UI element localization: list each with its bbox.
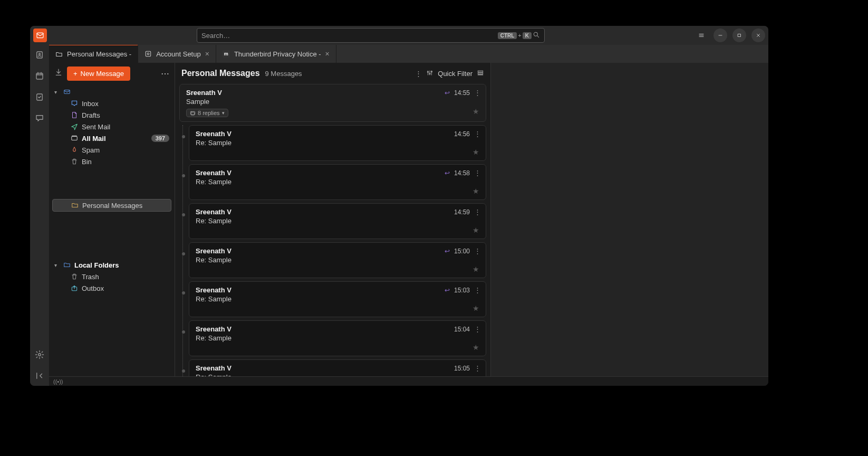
collapse-icon[interactable] (34, 370, 45, 382)
outbox-icon (70, 284, 79, 292)
tab-label: Account Setup (156, 50, 201, 58)
folder-label: Trash (82, 273, 169, 281)
tab-bar: Personal Messages - Account Setup × m Th… (49, 45, 768, 63)
status-bar: ((•)) (49, 376, 768, 386)
subject: Re: Sample (196, 217, 479, 225)
star-icon[interactable]: ★ (472, 148, 479, 156)
settings-icon[interactable] (34, 349, 45, 360)
replied-icon: ↩ (445, 287, 450, 294)
sender: Sreenath V (196, 364, 450, 372)
kbd-ctrl: CTRL (498, 32, 517, 39)
folder-drafts[interactable]: Drafts (52, 109, 171, 121)
chevron-down-icon: ▾ (54, 262, 60, 268)
local-folders-root[interactable]: ▾ Local Folders (52, 259, 171, 271)
message-more-icon[interactable]: ⋮ (474, 89, 479, 97)
svg-point-15 (429, 73, 430, 74)
allmail-icon (70, 134, 79, 142)
time: 15:03 (454, 287, 470, 294)
message-card[interactable]: Sreenath V14:59⋮Re: Sample★ (189, 203, 486, 239)
close-button[interactable] (751, 28, 765, 42)
tab-privacy-notice[interactable]: m Thunderbird Privacy Notice - × (216, 45, 336, 63)
close-icon[interactable]: × (325, 50, 330, 58)
kbd-plus: + (518, 32, 521, 39)
display-options-icon[interactable] (477, 69, 484, 78)
folder-pane-more-icon[interactable]: ⋯ (161, 69, 169, 79)
subject: Re: Sample (196, 178, 479, 186)
plus-icon: + (73, 70, 78, 78)
spaces-toolbar (30, 45, 49, 386)
message-more-icon[interactable]: ⋮ (474, 208, 479, 216)
quick-filter-label[interactable]: Quick Filter (438, 70, 472, 78)
svg-rect-5 (36, 73, 43, 79)
replies-chip[interactable]: 8 replies ▾ (186, 109, 228, 117)
global-search-input[interactable]: Search… CTRL + K (197, 28, 545, 43)
svg-rect-18 (478, 72, 483, 73)
message-more-icon[interactable]: ⋮ (474, 130, 479, 138)
folder-icon (55, 51, 63, 58)
sender: Sreenath V (186, 89, 440, 97)
tab-label: Thunderbird Privacy Notice - (234, 50, 321, 58)
minimize-button[interactable] (713, 28, 727, 42)
star-icon[interactable]: ★ (472, 107, 479, 116)
close-icon[interactable]: × (205, 50, 209, 58)
account-root[interactable]: ▾ (52, 86, 171, 98)
svg-rect-17 (478, 70, 483, 71)
folder-tree: ▾ InboxDraftsSent MailAll Mail397SpamBin… (49, 84, 175, 376)
get-messages-icon[interactable] (54, 68, 63, 79)
message-more-icon[interactable]: ⋮ (474, 169, 479, 177)
chevron-down-icon: ▾ (54, 89, 60, 95)
subject: Sample (186, 98, 479, 106)
folder-bin[interactable]: Bin (52, 156, 171, 167)
activity-icon: ((•)) (53, 378, 63, 385)
bin-icon (70, 157, 79, 166)
svg-rect-2 (738, 34, 741, 37)
message-card[interactable]: Sreenath V15:05⋮Re: Sample★ (189, 359, 486, 376)
tasks-icon[interactable] (34, 91, 45, 103)
replied-icon: ↩ (445, 89, 450, 97)
message-card[interactable]: Sreenath V↩14:58⋮Re: Sample★ (189, 164, 486, 200)
star-icon[interactable]: ★ (472, 187, 479, 195)
subject: Re: Sample (196, 139, 479, 147)
svg-point-9 (147, 53, 149, 55)
maximize-button[interactable] (732, 28, 746, 42)
filter-icon[interactable] (426, 69, 433, 78)
svg-rect-8 (146, 51, 150, 56)
message-more-icon[interactable]: ⋮ (474, 286, 479, 294)
folder-trash[interactable]: Trash (52, 271, 171, 282)
folder-spam[interactable]: Spam (52, 144, 171, 156)
message-more-icon[interactable]: ⋮ (474, 364, 479, 372)
calendar-icon[interactable] (34, 70, 45, 82)
time: 14:58 (454, 169, 470, 177)
folder-all-mail[interactable]: All Mail397 (52, 132, 171, 144)
addressbook-icon[interactable] (34, 49, 45, 61)
folder-sent-mail[interactable]: Sent Mail (52, 121, 171, 132)
folder-label: Sent Mail (82, 123, 169, 131)
folder-inbox[interactable]: Inbox (52, 98, 171, 109)
message-card[interactable]: Sreenath V14:56⋮Re: Sample★ (189, 125, 486, 161)
tab-account-setup[interactable]: Account Setup × (138, 45, 216, 63)
message-card[interactable]: Sreenath V15:04⋮Re: Sample★ (189, 320, 486, 356)
hamburger-menu-button[interactable] (695, 28, 708, 42)
folder-outbox[interactable]: Outbox (52, 282, 171, 294)
message-more-icon[interactable]: ⋮ (474, 325, 479, 333)
svg-rect-11 (72, 137, 78, 140)
new-message-button[interactable]: + New Message (67, 66, 130, 81)
star-icon[interactable]: ★ (472, 265, 479, 273)
folder-personal-messages[interactable]: Personal Messages (52, 199, 171, 212)
message-card[interactable]: Sreenath V↩15:00⋮Re: Sample★ (189, 242, 486, 278)
message-list[interactable]: Sreenath V ↩ 14:55 ⋮ Sample 8 replies (175, 84, 490, 376)
folder-label: Drafts (82, 111, 169, 119)
message-card[interactable]: Sreenath V↩15:03⋮Re: Sample★ (189, 281, 486, 317)
svg-rect-12 (72, 136, 76, 136)
spam-icon (70, 146, 79, 154)
star-icon[interactable]: ★ (472, 343, 479, 352)
thread-root[interactable]: Sreenath V ↩ 14:55 ⋮ Sample 8 replies (179, 84, 486, 122)
message-more-icon[interactable]: ⋮ (474, 247, 479, 255)
tab-personal-messages[interactable]: Personal Messages - (49, 45, 138, 63)
star-icon[interactable]: ★ (472, 226, 479, 234)
chat-icon[interactable] (34, 112, 45, 124)
sent-icon (70, 122, 79, 131)
subject: Re: Sample (196, 373, 479, 376)
message-preview-pane (491, 63, 768, 376)
star-icon[interactable]: ★ (472, 304, 479, 312)
